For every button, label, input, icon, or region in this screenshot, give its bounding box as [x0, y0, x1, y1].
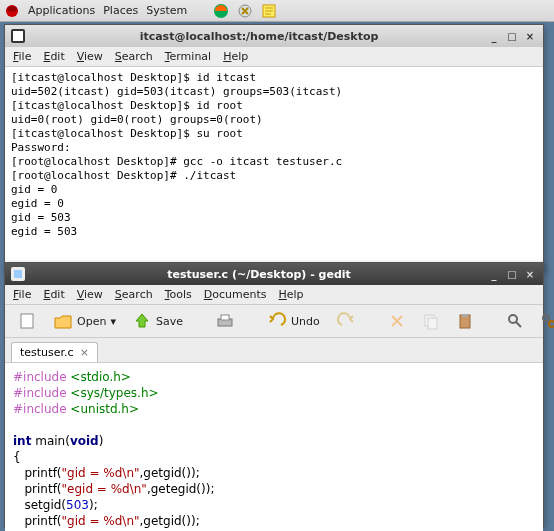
- minimize-button[interactable]: _: [487, 267, 501, 281]
- menu-file[interactable]: File: [13, 50, 31, 63]
- menu-terminal[interactable]: Terminal: [165, 50, 212, 63]
- code: printf(: [13, 482, 62, 496]
- gedit-titlebar[interactable]: testuser.c (~/Desktop) - gedit _ □ ×: [5, 263, 543, 285]
- code: #include: [13, 386, 70, 400]
- code: ,getegid());: [147, 482, 215, 496]
- code: printf(: [13, 514, 62, 528]
- open-button[interactable]: Open ▾: [49, 309, 120, 333]
- code: printf(: [13, 466, 62, 480]
- close-button[interactable]: ×: [523, 267, 537, 281]
- tab-testuser[interactable]: testuser.c ×: [11, 342, 98, 362]
- menu-help[interactable]: Help: [223, 50, 248, 63]
- firefox-icon[interactable]: [213, 3, 229, 19]
- gedit-toolbar: Open ▾ Save Undo: [5, 305, 543, 338]
- svg-rect-13: [428, 318, 437, 329]
- find-button[interactable]: [502, 310, 528, 332]
- open-label: Open: [77, 315, 106, 328]
- print-button[interactable]: [211, 309, 239, 333]
- save-label: Save: [156, 315, 183, 328]
- code: {: [13, 449, 535, 465]
- menu-view[interactable]: View: [77, 288, 103, 301]
- menu-tools[interactable]: Tools: [165, 288, 192, 301]
- terminal-icon: [11, 29, 25, 43]
- code: int: [13, 434, 31, 448]
- copy-button[interactable]: [418, 310, 444, 332]
- svg-rect-15: [462, 314, 468, 317]
- terminal-window: itcast@localhost:/home/itcast/Desktop _ …: [4, 24, 544, 272]
- menu-search[interactable]: Search: [115, 288, 153, 301]
- redhat-icon[interactable]: [4, 3, 20, 19]
- menu-edit[interactable]: Edit: [43, 50, 64, 63]
- code: ): [99, 434, 104, 448]
- gedit-tabbar: testuser.c ×: [5, 338, 543, 363]
- editor-area[interactable]: #include <stdio.h> #include <sys/types.h…: [5, 363, 543, 531]
- svg-point-17: [543, 315, 549, 321]
- redo-button[interactable]: [332, 309, 360, 333]
- code: #include: [13, 402, 70, 416]
- save-button[interactable]: Save: [128, 309, 187, 333]
- code: );: [89, 498, 98, 512]
- terminal-title: itcast@localhost:/home/itcast/Desktop: [31, 30, 487, 43]
- chevron-down-icon: ▾: [110, 315, 116, 328]
- undo-label: Undo: [291, 315, 320, 328]
- maximize-button[interactable]: □: [505, 267, 519, 281]
- terminal-menubar: File Edit View Search Terminal Help: [5, 47, 543, 67]
- menu-documents[interactable]: Documents: [204, 288, 267, 301]
- menu-search[interactable]: Search: [115, 50, 153, 63]
- close-button[interactable]: ×: [523, 29, 537, 43]
- code: void: [70, 434, 99, 448]
- replace-button[interactable]: [536, 310, 554, 332]
- terminal-titlebar[interactable]: itcast@localhost:/home/itcast/Desktop _ …: [5, 25, 543, 47]
- svg-rect-8: [14, 270, 22, 278]
- tab-label: testuser.c: [20, 346, 74, 359]
- panel-menu-applications[interactable]: Applications: [28, 4, 95, 17]
- undo-button[interactable]: Undo: [263, 309, 324, 333]
- code: "egid = %d\n": [62, 482, 147, 496]
- gedit-window: testuser.c (~/Desktop) - gedit _ □ × Fil…: [4, 262, 544, 528]
- maximize-button[interactable]: □: [505, 29, 519, 43]
- menu-view[interactable]: View: [77, 50, 103, 63]
- menu-file[interactable]: File: [13, 288, 31, 301]
- svg-point-1: [7, 6, 17, 12]
- gedit-icon: [11, 267, 25, 281]
- code: ,getgid());: [140, 514, 200, 528]
- gedit-title: testuser.c (~/Desktop) - gedit: [31, 268, 487, 281]
- cut-button[interactable]: [384, 310, 410, 332]
- terminal-output[interactable]: [itcast@localhost Desktop]$ id itcast ui…: [5, 67, 543, 243]
- top-panel: Applications Places System: [0, 0, 554, 22]
- paste-button[interactable]: [452, 310, 478, 332]
- code: #include: [13, 370, 70, 384]
- panel-menu-places[interactable]: Places: [103, 4, 138, 17]
- code: 503: [66, 498, 89, 512]
- menu-help[interactable]: Help: [279, 288, 304, 301]
- code: "gid = %d\n": [62, 514, 140, 528]
- menu-edit[interactable]: Edit: [43, 288, 64, 301]
- svg-rect-11: [221, 315, 229, 320]
- code: <sys/types.h>: [70, 386, 158, 400]
- new-button[interactable]: [13, 309, 41, 333]
- code: <unistd.h>: [70, 402, 139, 416]
- svg-rect-9: [21, 314, 33, 328]
- panel-menu-system[interactable]: System: [146, 4, 187, 17]
- code: setgid(: [13, 498, 66, 512]
- tool-icon[interactable]: [237, 3, 253, 19]
- svg-rect-6: [13, 31, 23, 41]
- code: ,getgid());: [140, 466, 200, 480]
- close-icon[interactable]: ×: [80, 346, 89, 359]
- code: main(: [31, 434, 69, 448]
- svg-point-16: [509, 315, 517, 323]
- gedit-menubar: File Edit View Search Tools Documents He…: [5, 285, 543, 305]
- minimize-button[interactable]: _: [487, 29, 501, 43]
- code: <stdio.h>: [70, 370, 131, 384]
- notes-icon[interactable]: [261, 3, 277, 19]
- code: "gid = %d\n": [62, 466, 140, 480]
- svg-point-18: [549, 321, 554, 327]
